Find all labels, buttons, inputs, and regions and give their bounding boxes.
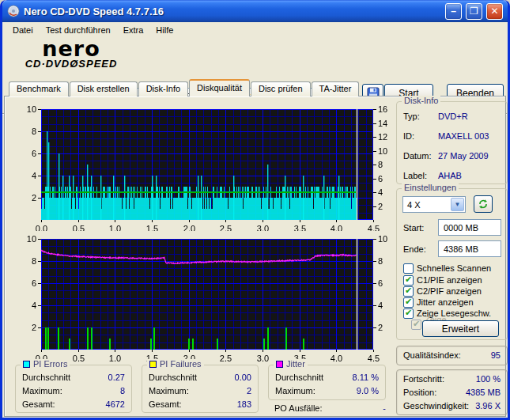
pi-errors-group: PI Errors Durchschnitt0.27 Maximum:8 Ges… bbox=[15, 365, 132, 413]
close-button[interactable]: ✕ bbox=[486, 3, 503, 20]
tab-benchmark[interactable]: Benchmark bbox=[9, 81, 69, 96]
pi-failures-title: PI Failures bbox=[160, 359, 202, 369]
tab-disk-erstellen[interactable]: Disk erstellen bbox=[70, 81, 138, 96]
disk-label-label: Label: bbox=[403, 171, 438, 180]
toolbar: nero CD·DVDØSPEED [2:0] LITE-ON DVDRW LH… bbox=[2, 38, 508, 75]
app-disc-icon bbox=[7, 5, 20, 17]
jitter-title: Jitter bbox=[286, 359, 305, 369]
position-value: 4385 MB bbox=[466, 388, 501, 397]
disk-date-value: 27 May 2009 bbox=[438, 151, 489, 161]
position-label: Position: bbox=[403, 388, 436, 397]
minimize-button[interactable]: – bbox=[445, 3, 462, 20]
tab-ta-jitter[interactable]: TA-Jitter bbox=[312, 81, 360, 96]
tab-disk-info[interactable]: Disk-Info bbox=[138, 81, 188, 96]
pi-errors-title: PI Errors bbox=[33, 359, 67, 369]
menu-hilfe[interactable]: Hilfe bbox=[150, 24, 179, 36]
checkbox-c1-pie-label: C1/PIE anzeigen bbox=[417, 275, 482, 285]
checkbox-lesegeschw[interactable] bbox=[403, 308, 414, 319]
checkbox-c1-pie[interactable] bbox=[403, 275, 414, 286]
checkbox-schnelles-scannen-label: Schnelles Scannen bbox=[417, 263, 491, 273]
title-bar: Nero CD-DVD Speed 4.7.7.16 – ❐ ✕ bbox=[2, 0, 508, 22]
refresh-speeds-button[interactable] bbox=[474, 195, 493, 213]
pi-errors-total-value: 4672 bbox=[106, 399, 125, 409]
speed-label: Geschwindigkeit: bbox=[403, 401, 469, 411]
pi-errors-swatch-icon bbox=[23, 361, 30, 368]
start-mb-label: Start: bbox=[403, 223, 424, 233]
app-window: Nero CD-DVD Speed 4.7.7.16 – ❐ ✕ Datei T… bbox=[0, 0, 510, 420]
speed-value: 3.96 X bbox=[475, 401, 501, 411]
start-mb-field[interactable] bbox=[438, 219, 501, 236]
pi-errors-total-label: Gesamt: bbox=[22, 399, 55, 409]
pi-failures-avg-value: 0.00 bbox=[235, 373, 251, 382]
end-mb-label: Ende: bbox=[403, 244, 426, 254]
jitter-swatch-icon bbox=[276, 361, 283, 368]
maximize-button[interactable]: ❐ bbox=[466, 3, 482, 20]
diskqualitaet-page: Disk-Info Typ:DVD+R ID:MAXELL 003 Datum:… bbox=[4, 96, 506, 417]
checkbox-c2-pif-label: C2/PIF anzeigen bbox=[417, 286, 482, 296]
speed-select-value: 4 X bbox=[403, 200, 450, 210]
tab-disc-pruefen[interactable]: Disc prüfen bbox=[251, 81, 311, 96]
disk-id-label: ID: bbox=[403, 131, 438, 141]
progress-panel: Fortschritt:100 % Position:4385 MB Gesch… bbox=[396, 369, 508, 415]
disk-type-value: DVD+R bbox=[438, 112, 468, 121]
pie-errors-chart bbox=[11, 100, 394, 231]
checkbox-schnelles-scannen[interactable] bbox=[403, 263, 414, 274]
settings-title: Einstellungen bbox=[402, 183, 459, 192]
pi-failures-max-label: Maximum: bbox=[149, 386, 189, 395]
quality-index-label: Qualitätsindex: bbox=[403, 350, 461, 360]
menu-datei[interactable]: Datei bbox=[7, 24, 39, 36]
pi-failures-group: PI Failures Durchschnitt0.00 Maximum:2 G… bbox=[142, 365, 259, 413]
pi-errors-max-label: Maximum: bbox=[22, 386, 62, 395]
po-failures-row: PO Ausfälle: - bbox=[274, 403, 386, 413]
tab-strip: Benchmark Disk erstellen Disk-Info Diskq… bbox=[9, 80, 360, 96]
cddvd-speed-logo-text: CD·DVDØSPEED bbox=[12, 59, 130, 69]
jitter-max-label: Maximum: bbox=[275, 386, 315, 395]
menu-extra[interactable]: Extra bbox=[118, 24, 149, 36]
advanced-button[interactable]: Erweitert bbox=[422, 320, 499, 337]
disk-type-label: Typ: bbox=[403, 112, 438, 121]
nero-logo-text: nero bbox=[12, 40, 130, 59]
jitter-max-value: 9.0 % bbox=[357, 386, 379, 395]
disk-id-value: MAXELL 003 bbox=[438, 131, 489, 141]
quality-index-value: 95 bbox=[491, 350, 501, 360]
nero-logo: nero CD·DVDØSPEED bbox=[12, 40, 130, 69]
disk-label-value: AHAB bbox=[438, 171, 462, 180]
progress-value: 100 % bbox=[476, 374, 501, 384]
checkbox-schreibgeschw bbox=[411, 320, 421, 330]
jitter-avg-value: 8.11 % bbox=[353, 373, 379, 382]
end-mb-field[interactable] bbox=[438, 240, 501, 257]
speed-select[interactable]: 4 X ▼ bbox=[402, 196, 466, 213]
disk-date-label: Datum: bbox=[403, 151, 438, 161]
pi-failures-total-value: 183 bbox=[237, 399, 251, 409]
checkbox-c2-pif[interactable] bbox=[403, 286, 414, 297]
po-failures-value: - bbox=[383, 403, 386, 413]
pi-failures-total-label: Gesamt: bbox=[149, 399, 182, 409]
refresh-icon bbox=[478, 199, 489, 210]
progress-label: Fortschritt: bbox=[403, 374, 444, 384]
menu-bar: Datei Test durchführen Extra Hilfe bbox=[2, 22, 508, 38]
pi-errors-avg-label: Durchschnitt bbox=[22, 373, 70, 382]
quality-index-panel: Qualitätsindex: 95 bbox=[396, 346, 508, 365]
pi-failures-max-value: 2 bbox=[247, 386, 251, 395]
pi-errors-max-value: 8 bbox=[120, 386, 125, 395]
disk-info-title: Disk-Info bbox=[402, 96, 440, 105]
menu-test-durchfuehren[interactable]: Test durchführen bbox=[40, 24, 116, 36]
chevron-down-icon[interactable]: ▼ bbox=[451, 198, 464, 211]
disk-info-group: Disk-Info Typ:DVD+R ID:MAXELL 003 Datum:… bbox=[396, 101, 508, 184]
pi-failures-swatch-icon bbox=[149, 361, 157, 368]
pi-failures-avg-label: Durchschnitt bbox=[149, 373, 197, 382]
window-title: Nero CD-DVD Speed 4.7.7.16 bbox=[24, 6, 441, 17]
settings-group: Einstellungen 4 X ▼ Start: Ende: bbox=[396, 188, 508, 340]
jitter-pif-chart bbox=[11, 233, 394, 362]
jitter-avg-label: Durchschnitt bbox=[275, 373, 323, 382]
checkbox-jitter-label: Jitter anzeigen bbox=[417, 297, 474, 307]
jitter-group: Jitter Durchschnitt8.11 % Maximum:9.0 % bbox=[268, 365, 386, 400]
po-failures-label: PO Ausfälle: bbox=[274, 403, 323, 413]
checkbox-jitter[interactable] bbox=[403, 297, 414, 308]
tab-diskqualitaet[interactable]: Diskqualität bbox=[189, 79, 250, 96]
pi-errors-avg-value: 0.27 bbox=[108, 373, 125, 382]
